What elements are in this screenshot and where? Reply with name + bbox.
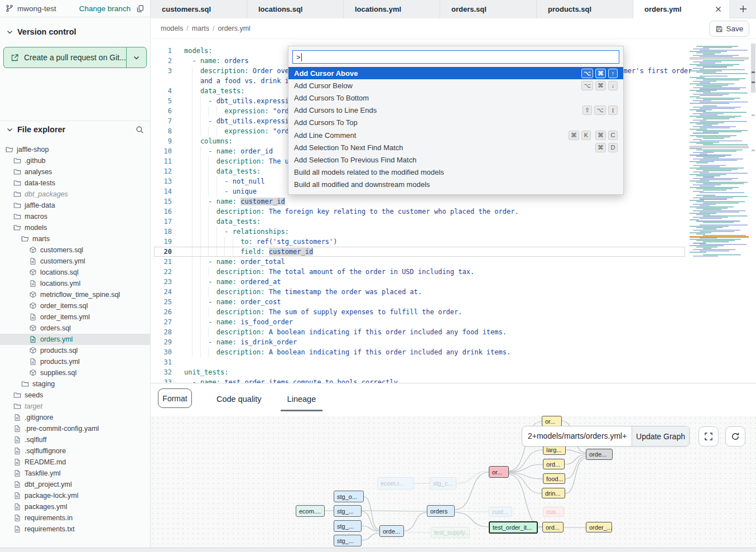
tree-item-target[interactable]: target: [0, 401, 150, 412]
editor-minimap[interactable]: [690, 42, 749, 260]
palette-item-build-all-modified-and-downstream-models[interactable]: Build all modified and downstream models: [288, 179, 623, 191]
lineage-node-test_supply[interactable]: test_supply...: [431, 527, 470, 538]
code-line[interactable]: to: ref('stg_customers'): [184, 237, 690, 247]
lineage-node-drin[interactable]: drin...: [542, 488, 565, 498]
tab-products.sql[interactable]: products.sql: [537, 0, 633, 18]
format-button[interactable]: Format: [158, 388, 192, 408]
line-number[interactable]: 26: [151, 307, 184, 317]
tree-item-packages.yml[interactable]: packages.yml: [0, 501, 150, 512]
code-line[interactable]: - name: is_food_order: [184, 317, 690, 327]
code-line[interactable]: description: A boolean indicating if thi…: [184, 327, 690, 337]
tree-item-dbt_project.yml[interactable]: dbt_project.yml: [0, 479, 150, 490]
tab-locations.yml[interactable]: locations.yml: [344, 0, 440, 18]
scrollbar-thumb[interactable]: [751, 44, 755, 93]
tree-item-jaffle-data[interactable]: jaffle-data: [0, 200, 150, 211]
tree-item-staging[interactable]: staging: [0, 378, 150, 390]
tree-item-.sqlfluffignore[interactable]: .sqlfluffignore: [0, 445, 150, 457]
line-number[interactable]: 3: [151, 66, 184, 76]
tab-orders.yml[interactable]: orders.yml: [633, 0, 730, 18]
tree-item-orders.sql[interactable]: orders.sql: [0, 323, 150, 334]
code-line[interactable]: [184, 357, 690, 367]
palette-item-add-line-comment[interactable]: Add Line Comment⌘K⌘C: [288, 129, 623, 141]
palette-item-add-cursors-to-line-ends[interactable]: Add Cursors to Line Ends⇧⌥I: [288, 104, 623, 117]
version-control-header[interactable]: Version control: [0, 27, 150, 36]
editor-scrollbar[interactable]: [750, 39, 756, 383]
line-number[interactable]: 32: [151, 367, 184, 377]
line-number[interactable]: 30: [151, 347, 184, 357]
code-line[interactable]: data_tests:: [184, 217, 690, 227]
lineage-node-orde[interactable]: orde...: [379, 525, 404, 537]
lineage-node-stg_[interactable]: stg_...: [334, 505, 362, 517]
line-number[interactable]: 27: [151, 317, 184, 327]
line-number[interactable]: 28: [151, 327, 184, 337]
tree-item-data-tests[interactable]: data-tests: [0, 177, 150, 189]
tab-customers.sql[interactable]: customers.sql: [151, 0, 247, 18]
lineage-node-order_[interactable]: order_...: [586, 522, 612, 532]
line-number[interactable]: 18: [151, 227, 184, 237]
tree-item-requirements.in[interactable]: requirements.in: [0, 512, 150, 524]
palette-item-add-cursor-above[interactable]: Add Cursor Above⌥⌘↑: [288, 67, 623, 79]
tab-locations.sql[interactable]: locations.sql: [247, 0, 344, 18]
tab-orders.sql[interactable]: orders.sql: [440, 0, 537, 18]
tree-item-locations.sql[interactable]: locations.sql: [0, 267, 150, 278]
line-number[interactable]: [151, 76, 184, 86]
line-number[interactable]: 20: [151, 247, 184, 257]
line-number[interactable]: 10: [151, 146, 184, 156]
command-palette-input[interactable]: >: [292, 50, 619, 64]
palette-item-add-selection-to-next-find-match[interactable]: Add Selection To Next Find Match⌘D: [288, 141, 623, 153]
line-number[interactable]: 8: [151, 126, 184, 136]
panel-tab-lineage[interactable]: Lineage: [287, 383, 316, 415]
tree-item-orders.yml[interactable]: orders.yml: [0, 334, 150, 345]
lineage-node-ord[interactable]: ord...: [542, 522, 564, 532]
tree-item-supplies.sql[interactable]: supplies.sql: [0, 367, 150, 378]
change-branch-link[interactable]: Change branch: [79, 4, 131, 13]
code-line[interactable]: description: The foreign key relating to…: [184, 207, 690, 217]
fullscreen-button[interactable]: [699, 426, 719, 447]
tree-item-order_items.sql[interactable]: order_items.sql: [0, 300, 150, 311]
line-number[interactable]: 29: [151, 337, 184, 347]
palette-item-add-selection-to-previous-find-match[interactable]: Add Selection To Previous Find Match: [288, 153, 623, 166]
tree-item-customers.sql[interactable]: customers.sql: [0, 244, 150, 256]
line-number[interactable]: 5: [151, 96, 184, 106]
line-number[interactable]: 7: [151, 116, 184, 126]
code-line[interactable]: description: The timestamp the order was…: [184, 287, 690, 297]
line-number[interactable]: 4: [151, 86, 184, 96]
breadcrumb-segment[interactable]: models: [161, 25, 183, 32]
line-number[interactable]: 21: [151, 257, 184, 267]
breadcrumb-segment[interactable]: marts: [192, 25, 209, 32]
code-line[interactable]: - name: order_total: [184, 257, 690, 267]
code-line[interactable]: description: A boolean indicating if thi…: [184, 347, 690, 357]
line-number[interactable]: 15: [151, 196, 184, 207]
tree-item-.sqlfluff[interactable]: .sqlfluff: [0, 434, 150, 445]
lineage-node-stg_o[interactable]: stg_o...: [334, 491, 364, 502]
palette-item-add-cursor-below[interactable]: Add Cursor Below⌥⌘↓: [288, 79, 623, 92]
update-graph-button[interactable]: Update Graph: [632, 426, 689, 446]
code-line[interactable]: unit_tests:: [184, 367, 690, 377]
line-number[interactable]: 24: [151, 287, 184, 297]
lineage-selector-input[interactable]: 2+models/marts/orders.yml+: [522, 426, 632, 446]
lineage-node-test_order_it[interactable]: test_order_it...: [489, 521, 538, 534]
tree-item-locations.yml[interactable]: locations.yml: [0, 278, 150, 289]
tree-item-package-lock.yml[interactable]: package-lock.yml: [0, 490, 150, 501]
lineage-node-orders[interactable]: orders: [427, 505, 455, 517]
code-line[interactable]: - name: is_drink_order: [184, 337, 690, 347]
line-number[interactable]: 25: [151, 297, 184, 307]
lineage-node-or[interactable]: or...: [489, 466, 509, 478]
save-button[interactable]: Save: [709, 21, 749, 37]
palette-item-build-all-models-related-to-the-modified-models[interactable]: Build all models related to the modified…: [288, 166, 623, 179]
tree-item-README.md[interactable]: README.md: [0, 457, 150, 468]
create-pr-button[interactable]: Create a pull request on Git...: [3, 47, 147, 68]
code-line[interactable]: - name: order_cost: [184, 297, 690, 307]
search-icon[interactable]: [136, 126, 144, 134]
code-line[interactable]: field: customer_id: [184, 247, 690, 257]
line-number[interactable]: 6: [151, 106, 184, 116]
line-number[interactable]: 22: [151, 267, 184, 277]
line-number[interactable]: 33: [151, 377, 184, 383]
breadcrumb-segment[interactable]: orders.yml: [218, 25, 251, 32]
tree-item-products.sql[interactable]: products.sql: [0, 345, 150, 356]
lineage-scrollbar[interactable]: [151, 548, 756, 552]
palette-item-add-cursors-to-top[interactable]: Add Cursors To Top: [288, 117, 623, 129]
lineage-node-stg_[interactable]: stg_...: [334, 535, 362, 546]
lineage-node-cus[interactable]: cus...: [543, 507, 564, 517]
tree-item-requirements.txt[interactable]: requirements.txt: [0, 524, 150, 535]
